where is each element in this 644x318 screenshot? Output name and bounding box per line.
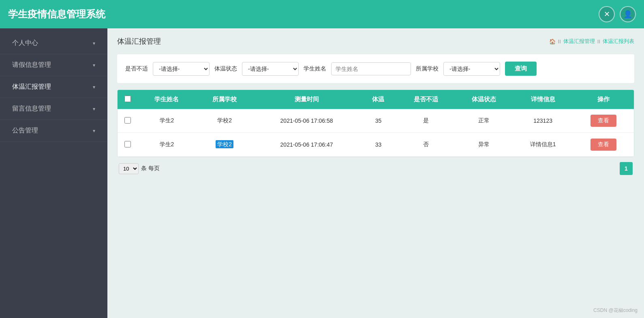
header-icons: ✕ 👤 [599, 6, 636, 22]
breadcrumb-sep1: II [558, 38, 561, 45]
page-header: 体温汇报管理 🏠 II 体温汇报管理 II 体温汇报列表 [117, 36, 634, 46]
cell-time-1: 2021-05-06 17:06:58 [254, 109, 360, 133]
view-button-2[interactable]: 查看 [591, 139, 616, 151]
cell-discomfort-2: 否 [397, 133, 455, 157]
footer-note: CSDN @花椒coding [593, 307, 638, 314]
filter-label-status: 体温状态 [214, 65, 237, 73]
sidebar-item-leave[interactable]: 请假信息管理 ▾ [0, 54, 107, 76]
table-row: 学生2 学校2 2021-05-06 17:06:47 33 否 异常 详情信息… [118, 133, 634, 157]
settings-icon-btn[interactable]: ✕ [599, 6, 615, 22]
sidebar-item-personal[interactable]: 个人中心 ▾ [0, 32, 107, 54]
cell-name-2: 学生2 [138, 133, 196, 157]
col-header-status: 体温状态 [455, 90, 513, 109]
chevron-icon-message: ▾ [93, 106, 95, 112]
sidebar-label-message: 留言信息管理 [12, 105, 51, 113]
filter-select-discomfort[interactable]: -请选择- 是 否 [153, 62, 210, 76]
app-title: 学生疫情信息管理系统 [8, 8, 105, 21]
col-header-detail: 详情信息 [513, 90, 573, 109]
table-header-row: 学生姓名 所属学校 测量时间 体温 是否不适 体温状态 详情信息 操作 [118, 90, 634, 109]
view-button-1[interactable]: 查看 [591, 115, 616, 127]
breadcrumb: 🏠 II 体温汇报管理 II 体温汇报列表 [549, 38, 634, 45]
sidebar-item-temperature[interactable]: 体温汇报管理 ▾ [0, 76, 107, 98]
chevron-icon-temperature: ▾ [93, 84, 95, 90]
chevron-icon-notice: ▾ [93, 128, 95, 134]
page-num-1[interactable]: 1 [620, 162, 633, 175]
col-header-temp: 体温 [360, 90, 397, 109]
cell-detail-1: 123123 [513, 109, 573, 133]
filter-label-name: 学生姓名 [304, 65, 326, 73]
per-page-selector: 10 20 50 条 每页 [119, 163, 160, 174]
col-header-name: 学生姓名 [138, 90, 196, 109]
row-checkbox-1[interactable] [124, 117, 131, 124]
sidebar-label-temperature: 体温汇报管理 [12, 83, 51, 91]
pagination-numbers: 1 [620, 162, 633, 175]
sidebar-item-notice[interactable]: 公告管理 ▾ [0, 120, 107, 142]
breadcrumb-link2[interactable]: 体温汇报列表 [603, 38, 634, 45]
row-checkbox-2[interactable] [124, 141, 131, 147]
filter-select-status[interactable]: -请选择- 正常 异常 [242, 62, 299, 76]
breadcrumb-sep2: II [597, 38, 600, 45]
cell-status-1: 正常 [455, 109, 513, 133]
header: 学生疫情信息管理系统 ✕ 👤 [0, 0, 644, 28]
col-header-school: 所属学校 [196, 90, 254, 109]
page-title: 体温汇报管理 [117, 36, 161, 46]
cell-school-2: 学校2 [196, 133, 254, 157]
sidebar-label-personal: 个人中心 [12, 39, 38, 47]
sidebar-label-leave: 请假信息管理 [12, 61, 51, 69]
sidebar: 个人中心 ▾ 请假信息管理 ▾ 体温汇报管理 ▾ 留言信息管理 ▾ 公告管理 ▾ [0, 28, 107, 318]
home-icon: 🏠 [549, 38, 556, 45]
cell-status-2: 异常 [455, 133, 513, 157]
main-content: 体温汇报管理 🏠 II 体温汇报管理 II 体温汇报列表 是否不适 -请选择- … [107, 28, 644, 318]
layout: 个人中心 ▾ 请假信息管理 ▾ 体温汇报管理 ▾ 留言信息管理 ▾ 公告管理 ▾… [0, 28, 644, 318]
cell-time-2: 2021-05-06 17:06:47 [254, 133, 360, 157]
table-row: 学生2 学校2 2021-05-06 17:06:58 35 是 正常 1231… [118, 109, 634, 133]
cell-name-1: 学生2 [138, 109, 196, 133]
sidebar-label-notice: 公告管理 [12, 126, 38, 135]
user-icon-btn[interactable]: 👤 [620, 6, 636, 22]
cell-detail-2: 详情信息1 [513, 133, 573, 157]
per-page-select[interactable]: 10 20 50 [119, 163, 139, 174]
cell-temp-1: 35 [360, 109, 397, 133]
pagination-area: 10 20 50 条 每页 1 [117, 162, 634, 175]
chevron-icon-leave: ▾ [93, 62, 95, 68]
col-header-action: 操作 [573, 90, 634, 109]
cell-temp-2: 33 [360, 133, 397, 157]
chevron-icon-personal: ▾ [93, 41, 95, 46]
sidebar-item-message[interactable]: 留言信息管理 ▾ [0, 98, 107, 120]
col-header-discomfort: 是否不适 [397, 90, 455, 109]
filter-label-school: 所属学校 [416, 65, 439, 73]
filter-input-name[interactable] [331, 62, 411, 75]
filter-select-school[interactable]: -请选择- 学校1 学校2 [443, 62, 500, 76]
col-header-time: 测量时间 [254, 90, 360, 109]
filter-area: 是否不适 -请选择- 是 否 体温状态 -请选择- 正常 异常 学生姓名 所属学… [117, 54, 634, 83]
per-page-label: 条 每页 [141, 165, 160, 172]
cell-school-1: 学校2 [196, 109, 254, 133]
filter-label-discomfort: 是否不适 [125, 65, 148, 73]
cell-school-highlight: 学校2 [216, 140, 233, 148]
cell-discomfort-1: 是 [397, 109, 455, 133]
select-all-checkbox[interactable] [124, 96, 131, 102]
data-table: 学生姓名 所属学校 测量时间 体温 是否不适 体温状态 详情信息 操作 学生2 [117, 90, 634, 157]
breadcrumb-link1[interactable]: 体温汇报管理 [563, 38, 595, 45]
query-button[interactable]: 查询 [505, 62, 537, 76]
